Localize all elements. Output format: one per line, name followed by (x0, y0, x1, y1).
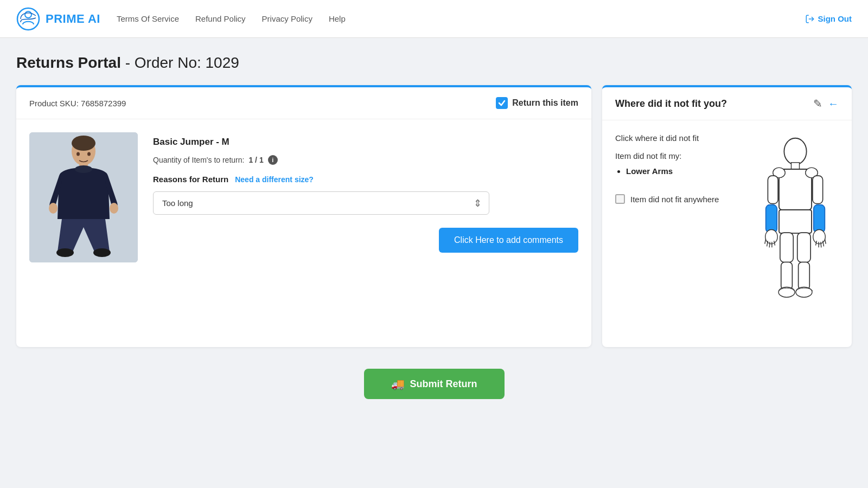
logo-text: PRIME AI (46, 12, 100, 26)
svg-line-25 (765, 239, 766, 243)
left-card: Product SKU: 7685872399 Return this item (16, 85, 591, 347)
logo[interactable]: PRIME AI (16, 7, 100, 31)
svg-point-9 (110, 203, 118, 214)
nowhere-row: Item did not fit anywhere (615, 194, 741, 204)
product-image (29, 132, 138, 262)
fit-parts-list: Lower Arms (615, 165, 741, 178)
info-icon[interactable]: i (268, 155, 278, 165)
nowhere-checkbox[interactable] (615, 194, 625, 204)
sign-out-button[interactable]: Sign Out (805, 14, 852, 24)
header: PRIME AI Terms Of Service Refund Policy … (0, 0, 868, 38)
svg-point-24 (813, 230, 826, 244)
svg-rect-20 (813, 176, 823, 204)
page-title: Returns Portal - Order No: 1029 (16, 54, 852, 72)
submit-area: 🚚 Submit Return (16, 369, 852, 399)
reason-select-wrapper: Too long Too short Too tight Too loose W… (153, 191, 489, 215)
svg-point-1 (25, 11, 31, 18)
add-comments-button[interactable]: Click Here to add comments (439, 228, 578, 253)
edit-icon[interactable]: ✎ (813, 97, 822, 110)
nowhere-label: Item did not fit anywhere (630, 195, 719, 204)
page-content: Returns Portal - Order No: 1029 Product … (0, 38, 868, 421)
svg-rect-39 (799, 262, 810, 290)
svg-rect-15 (792, 163, 800, 170)
nav-help[interactable]: Help (329, 14, 346, 23)
body-figure[interactable] (752, 133, 839, 334)
need-size-link[interactable]: Need a different size? (235, 175, 314, 184)
truck-icon: 🚚 (391, 377, 405, 390)
back-arrow-icon[interactable]: ← (828, 98, 839, 110)
svg-line-30 (825, 239, 826, 243)
svg-point-10 (56, 248, 74, 257)
submit-label: Submit Return (410, 378, 477, 390)
svg-rect-38 (781, 262, 793, 290)
nav-privacy[interactable]: Privacy Policy (262, 14, 312, 23)
fit-label: Item did not fit my: (615, 151, 741, 160)
card-header: Product SKU: 7685872399 Return this item (16, 87, 591, 119)
return-checkbox-icon (496, 97, 508, 109)
svg-rect-37 (797, 233, 810, 262)
right-card-body: Click where it did not fit Item did not … (602, 120, 852, 347)
svg-line-27 (769, 242, 770, 247)
body-diagram[interactable] (755, 133, 836, 334)
return-checkbox-area[interactable]: Return this item (496, 97, 578, 109)
checkmark-icon (498, 99, 506, 107)
sign-out-icon (805, 14, 815, 24)
svg-rect-35 (779, 210, 812, 233)
qty-text: Quantity of Item's to return: (153, 156, 244, 164)
product-name: Basic Jumper - M (153, 137, 578, 147)
svg-point-11 (93, 248, 111, 257)
reasons-row: Reasons for Return Need a different size… (153, 175, 578, 184)
svg-point-14 (784, 138, 806, 165)
qty-value: 1 / 1 (248, 156, 263, 164)
svg-rect-36 (780, 233, 793, 262)
reasons-label: Reasons for Return (153, 175, 228, 184)
click-where-label: Click where it did not fit (615, 133, 741, 143)
nav: Terms Of Service Refund Policy Privacy P… (117, 14, 346, 23)
svg-point-13 (87, 152, 91, 156)
logo-icon (16, 7, 40, 31)
reason-select[interactable]: Too long Too short Too tight Too loose W… (153, 191, 489, 215)
fit-part-item: Lower Arms (626, 165, 741, 178)
sku-label: Product SKU: 7685872399 (29, 99, 126, 108)
fit-title: Where did it not fit you? (615, 98, 727, 110)
icon-group: ✎ ← (813, 97, 839, 110)
card-body: Basic Jumper - M Quantity of Item's to r… (16, 119, 591, 275)
nav-terms[interactable]: Terms Of Service (117, 14, 179, 23)
right-card: Where did it not fit you? ✎ ← Click wher… (602, 85, 852, 347)
product-info: Basic Jumper - M Quantity of Item's to r… (153, 132, 578, 262)
svg-point-8 (49, 203, 58, 214)
svg-point-40 (778, 287, 795, 297)
return-item-label: Return this item (512, 98, 578, 108)
header-left: PRIME AI Terms Of Service Refund Policy … (16, 7, 346, 31)
right-card-header: Where did it not fit you? ✎ ← (602, 87, 852, 120)
submit-return-button[interactable]: 🚚 Submit Return (364, 369, 505, 399)
svg-point-7 (75, 165, 92, 173)
svg-rect-19 (768, 176, 778, 204)
svg-line-32 (821, 242, 821, 247)
qty-row: Quantity of Item's to return: 1 / 1 i (153, 155, 578, 165)
svg-rect-22 (814, 205, 825, 233)
svg-point-12 (76, 152, 80, 156)
nav-refund[interactable]: Refund Policy (195, 14, 246, 23)
svg-rect-21 (766, 205, 777, 233)
svg-point-23 (765, 230, 778, 244)
svg-point-5 (72, 136, 95, 151)
main-grid: Product SKU: 7685872399 Return this item (16, 85, 852, 347)
product-illustration (29, 132, 138, 262)
fit-info: Click where it did not fit Item did not … (615, 133, 741, 334)
